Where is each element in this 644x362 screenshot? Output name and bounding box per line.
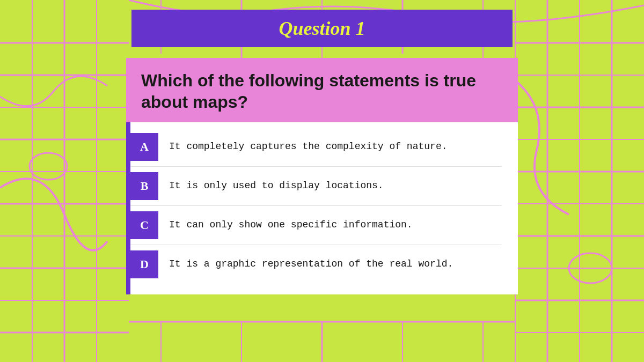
answer-text-c: It can only show one specific informatio… bbox=[169, 218, 413, 232]
answer-text-b: It is only used to display locations. bbox=[169, 179, 384, 193]
answer-text-a: It completely captures the complexity of… bbox=[169, 140, 447, 153]
answer-letter-d: D bbox=[130, 250, 158, 278]
answers-card: A It completely captures the complexity … bbox=[126, 122, 518, 294]
answer-letter-a: A bbox=[130, 133, 158, 161]
answer-letter-b: B bbox=[130, 172, 158, 200]
question-text: Which of the following statements is tru… bbox=[141, 70, 503, 113]
question-number: Question 1 bbox=[174, 17, 470, 40]
answer-row-b[interactable]: B It is only used to display locations. bbox=[130, 167, 502, 206]
answer-row-d[interactable]: D It is a graphic representation of the … bbox=[130, 245, 502, 284]
answer-letter-c: C bbox=[130, 211, 158, 239]
main-content: Question 1 Which of the following statem… bbox=[0, 0, 644, 362]
question-card: Which of the following statements is tru… bbox=[126, 58, 518, 122]
answer-row-a[interactable]: A It completely captures the complexity … bbox=[130, 128, 502, 167]
title-banner: Question 1 bbox=[131, 10, 513, 47]
answer-text-d: It is a graphic representation of the re… bbox=[169, 257, 453, 271]
answer-row-c[interactable]: C It can only show one specific informat… bbox=[130, 206, 502, 245]
